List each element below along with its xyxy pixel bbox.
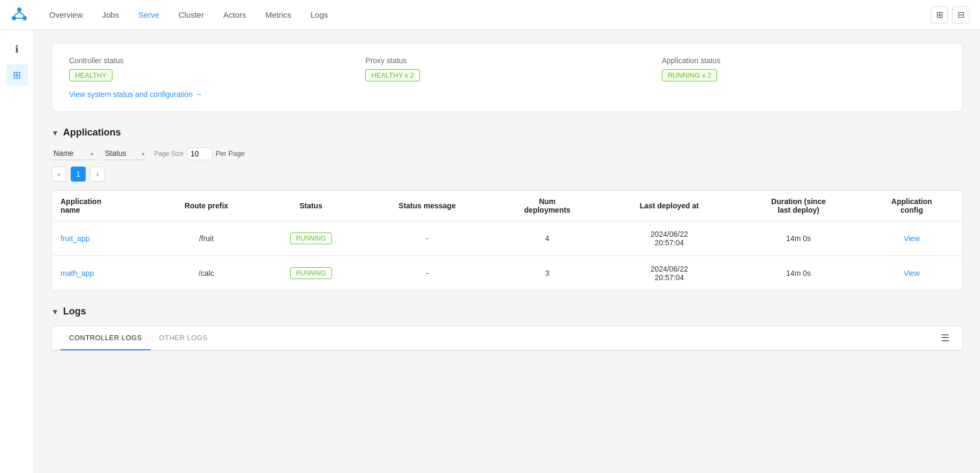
prev-page-button[interactable]: ‹ (51, 167, 66, 182)
status-card: Controller status HEALTHY Proxy status H… (51, 43, 963, 112)
proxy-status-badge: HEALTHY x 2 (365, 69, 420, 81)
logs-tabs: CONTROLLER LOGS OTHER LOGS ☰ (52, 326, 962, 350)
controller-status-item: Controller status HEALTHY (69, 56, 352, 81)
status-filter-wrap: Status ▾ (103, 147, 146, 160)
num-deployments-cell: 3 (492, 256, 603, 291)
status-cell: RUNNING (260, 256, 363, 291)
topnav-actions: ⊞ ⊟ (931, 6, 969, 24)
logs-title: Logs (63, 306, 86, 317)
applications-table: Applicationname Route prefix Status Stat… (52, 191, 962, 290)
sidebar-item-dashboard[interactable]: ⊞ (6, 64, 28, 86)
col-app-name: Applicationname (52, 191, 153, 221)
col-route-prefix: Route prefix (153, 191, 260, 221)
top-navigation: Overview Jobs Serve Cluster Actors Metri… (0, 0, 980, 30)
last-deployed-cell: 2024/06/22 20:57:04 (602, 256, 736, 291)
sidebar-item-info[interactable]: ℹ (6, 39, 28, 60)
svg-line-3 (14, 12, 19, 16)
app-status-item: Application status RUNNING x 2 (662, 56, 945, 81)
pagination-row: ‹ 1 › (51, 167, 963, 182)
layout-icon-button[interactable]: ⊞ (931, 6, 948, 24)
svg-point-1 (12, 16, 16, 20)
col-num-deployments: Numdeployments (492, 191, 603, 221)
info-icon: ℹ (15, 43, 19, 55)
svg-point-2 (22, 16, 27, 20)
app-status-badge: RUNNING x 2 (662, 69, 718, 81)
status-message-cell: - (363, 256, 492, 291)
table-header-row: Applicationname Route prefix Status Stat… (52, 191, 962, 221)
logs-card: CONTROLLER LOGS OTHER LOGS ☰ (51, 326, 963, 351)
svg-point-0 (17, 7, 21, 12)
table-row: fruit_app /fruit RUNNING - 4 2024/06/22 … (52, 221, 962, 256)
col-last-deployed: Last deployed at (602, 191, 736, 221)
logs-section-header: ▼ Logs (51, 306, 963, 317)
duration-cell: 14m 0s (736, 256, 861, 291)
current-page: 1 (71, 167, 86, 182)
duration-cell: 14m 0s (736, 221, 861, 256)
page-size-input[interactable] (187, 147, 213, 160)
table-row: math_app /calc RUNNING - 3 2024/06/22 20… (52, 256, 962, 291)
applications-table-container: Applicationname Route prefix Status Stat… (51, 190, 963, 291)
app-status-label: Application status (662, 56, 945, 65)
controller-status-label: Controller status (69, 56, 352, 65)
proxy-status-item: Proxy status HEALTHY x 2 (365, 56, 649, 81)
applications-title: Applications (63, 127, 121, 138)
config-cell: View (861, 256, 962, 291)
proxy-status-label: Proxy status (365, 56, 649, 65)
svg-line-4 (19, 12, 25, 16)
config-view-link[interactable]: View (903, 269, 919, 277)
panel-icon-button[interactable]: ⊟ (952, 6, 969, 24)
view-system-link[interactable]: View system status and configuration → (69, 90, 945, 99)
col-app-config: Applicationconfig (861, 191, 962, 221)
sidebar: ℹ ⊞ (0, 30, 34, 473)
controller-status-badge: HEALTHY (69, 69, 112, 81)
name-filter-wrap: Name ▾ (51, 147, 94, 160)
name-filter-select[interactable]: Name (51, 147, 94, 160)
col-status: Status (260, 191, 363, 221)
nav-jobs[interactable]: Jobs (94, 6, 128, 24)
tab-other-logs[interactable]: OTHER LOGS (150, 326, 216, 350)
logs-filter-icon[interactable]: ☰ (937, 328, 954, 348)
applications-chevron-icon[interactable]: ▼ (51, 129, 59, 137)
nav-serve[interactable]: Serve (130, 6, 168, 24)
dashboard-icon: ⊞ (13, 69, 21, 81)
page-size-wrap: Page Size Per Page (154, 147, 245, 160)
filters-row: Name ▾ Status ▾ Page Size Per Page (51, 147, 963, 160)
main-content: Controller status HEALTHY Proxy status H… (34, 30, 980, 473)
last-deployed-cell: 2024/06/22 20:57:04 (602, 221, 736, 256)
per-page-label: Per Page (216, 149, 245, 157)
nav-cluster[interactable]: Cluster (170, 6, 213, 24)
app-logo (11, 5, 28, 24)
num-deployments-cell: 4 (492, 221, 603, 256)
status-filter-select[interactable]: Status (103, 147, 146, 160)
nav-links: Overview Jobs Serve Cluster Actors Metri… (41, 6, 931, 24)
applications-section-header: ▼ Applications (51, 127, 963, 138)
nav-actors[interactable]: Actors (215, 6, 255, 24)
status-grid: Controller status HEALTHY Proxy status H… (69, 56, 945, 81)
config-cell: View (861, 221, 962, 256)
nav-logs[interactable]: Logs (302, 6, 337, 24)
tab-controller-logs[interactable]: CONTROLLER LOGS (61, 326, 150, 350)
logs-chevron-icon[interactable]: ▼ (51, 307, 59, 316)
route-prefix-cell: /fruit (153, 221, 260, 256)
config-view-link[interactable]: View (903, 234, 919, 243)
status-message-cell: - (363, 221, 492, 256)
logs-section: ▼ Logs CONTROLLER LOGS OTHER LOGS ☰ (51, 306, 963, 351)
nav-metrics[interactable]: Metrics (257, 6, 299, 24)
page-size-label: Page Size (154, 150, 184, 157)
next-page-button[interactable]: › (90, 167, 105, 182)
route-prefix-cell: /calc (153, 256, 260, 291)
status-cell: RUNNING (260, 221, 363, 256)
app-name-link[interactable]: math_app (61, 269, 94, 277)
col-status-msg: Status message (363, 191, 492, 221)
app-name-link[interactable]: fruit_app (61, 234, 89, 243)
nav-overview[interactable]: Overview (41, 6, 92, 24)
col-duration: Duration (sincelast deploy) (736, 191, 861, 221)
